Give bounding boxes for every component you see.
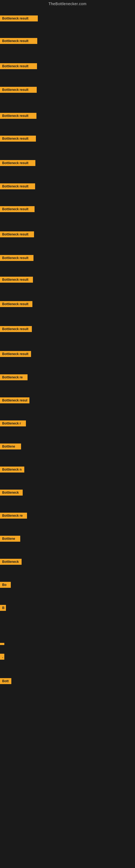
bottleneck-result-item[interactable]: Bottleneck result <box>0 206 35 212</box>
bottleneck-result-item[interactable]: Bottleneck result <box>0 351 31 357</box>
bottleneck-result-item[interactable]: Bottleneck result <box>0 63 37 69</box>
bottleneck-result-item[interactable]: Bottleneck result <box>0 87 37 93</box>
bottleneck-result-item[interactable]: Bottlene <box>0 536 20 542</box>
bottleneck-result-item[interactable]: Bottleneck result <box>0 277 33 283</box>
bottleneck-result-item[interactable]: . <box>0 654 4 660</box>
bottleneck-result-item[interactable]: Bo <box>0 582 11 588</box>
bottleneck-result-item[interactable]: Bottleneck result <box>0 231 34 237</box>
bottleneck-result-item[interactable]: B <box>0 605 6 611</box>
bottleneck-result-item[interactable]: Bottleneck <box>0 490 23 496</box>
bottleneck-result-item[interactable]: Bottleneck re <box>0 513 27 519</box>
bottleneck-result-item[interactable]: Bottleneck resul <box>0 397 30 403</box>
bottleneck-result-item[interactable]: Bottleneck result <box>0 301 32 307</box>
bottleneck-result-item[interactable]: Bottleneck result <box>0 160 35 166</box>
bottleneck-result-item[interactable]: Bottleneck result <box>0 38 37 44</box>
bottleneck-result-item[interactable]: Bottleneck <box>0 559 21 565</box>
bottleneck-result-item[interactable]: Bottleneck result <box>0 255 34 261</box>
bottleneck-result-item[interactable]: Bott <box>0 678 11 684</box>
site-title: TheBottlenecker.com <box>0 0 135 7</box>
bottleneck-result-item[interactable]: Bottleneck result <box>0 183 35 189</box>
bottleneck-result-item[interactable]: Bottleneck n <box>0 467 24 472</box>
bottleneck-result-item[interactable]: Bottleneck re <box>0 374 28 380</box>
bottleneck-result-item[interactable]: Bottleneck result <box>0 113 37 119</box>
bottleneck-result-item[interactable] <box>0 643 4 645</box>
bottleneck-result-item[interactable]: Bottleneck result <box>0 135 36 142</box>
bottleneck-result-item[interactable]: Bottlene <box>0 443 21 450</box>
bottleneck-result-item[interactable]: Bottleneck result <box>0 326 32 332</box>
bottleneck-result-item[interactable]: Bottleneck result <box>0 16 38 22</box>
bottleneck-result-item[interactable]: Bottleneck r <box>0 421 26 426</box>
